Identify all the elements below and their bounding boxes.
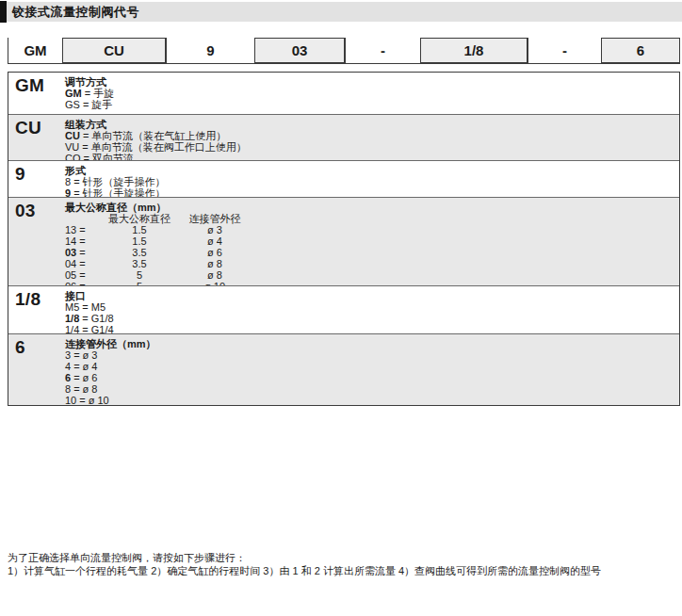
option-line: CU=单向节流（装在气缸上使用） — [65, 130, 679, 141]
spec-row-18: 1/8 接口 M5=M5 1/8=G1/8 1/4=G1/4 — [8, 286, 679, 334]
spec-row-03: 03 最大公称直径（mm） 最大公称直径 连接管外径 13= 1.5 ø 3 1… — [8, 198, 679, 286]
option-line: VU=单向节流（装在阀工作口上使用） — [65, 141, 679, 153]
mini-table-row: 13= 1.5 ø 3 — [65, 224, 679, 235]
spec-heading: 连接管外径（mm） — [65, 338, 679, 349]
option-line: 1/4=G1/4 — [65, 324, 679, 334]
code-explanation-table: GM 调节方式 GM=手旋 GS=旋手 CU 组装方式 CU=单向节流（装在气缸… — [8, 72, 680, 406]
spec-heading: 形式 — [65, 165, 679, 176]
note-line-1: 为了正确选择单向流量控制阀，请按如下步骤进行： — [8, 551, 680, 564]
option-line: GM=手旋 — [65, 88, 679, 99]
code-cell-dash-2: - — [528, 38, 601, 63]
page-title: 铰接式流量控制阀代号 — [7, 4, 139, 21]
option-line: 4=ø 4 — [65, 361, 679, 372]
spec-code-label: GM — [8, 73, 65, 114]
option-line: 10=ø 10 — [65, 395, 679, 405]
mini-table-row: 05= 5 ø 8 — [65, 269, 679, 281]
code-cell-dash-1: - — [345, 38, 420, 63]
option-line: 6=ø 6 — [65, 372, 679, 383]
spec-row-gm: GM 调节方式 GM=手旋 GS=旋手 — [8, 73, 679, 115]
code-cell-6: 6 — [601, 38, 680, 63]
option-line: GS=旋手 — [65, 99, 679, 110]
spec-heading: 最大公称直径（mm） — [65, 202, 679, 213]
spec-code-label: 9 — [8, 161, 65, 197]
spec-code-label: 1/8 — [8, 286, 65, 333]
spec-row-cu: CU 组装方式 CU=单向节流（装在气缸上使用） VU=单向节流（装在阀工作口上… — [8, 115, 679, 161]
spec-row-9: 9 形式 8=针形（旋手操作） 9=针形（手旋操作） — [8, 161, 679, 198]
code-cell-cu: CU — [62, 38, 166, 63]
code-cell-gm: GM — [8, 38, 62, 63]
mini-table-header: 最大公称直径 连接管外径 — [65, 213, 679, 224]
option-line: 1/8=G1/8 — [65, 313, 679, 324]
option-line: 8=针形（旋手操作） — [65, 176, 679, 187]
option-line: 9=针形（手旋操作） — [65, 187, 679, 198]
mini-table-row: 04= 3.5 ø 8 — [65, 258, 679, 269]
note-line-2: 1）计算气缸一个行程的耗气量 2）确定气缸的行程时间 3）由 1 和 2 计算出… — [8, 564, 680, 577]
option-line: 3=ø 3 — [65, 349, 679, 361]
option-line: CO=双向节流 — [65, 153, 679, 161]
spec-heading: 调节方式 — [65, 76, 679, 88]
spec-row-6: 6 连接管外径（mm） 3=ø 3 4=ø 4 6=ø 6 8=ø 8 10=ø… — [8, 334, 679, 405]
option-line: 8=ø 8 — [65, 383, 679, 395]
order-code-bar: GM CU 9 03 - 1/8 - 6 — [8, 38, 680, 64]
code-cell-03: 03 — [254, 38, 345, 63]
section-title-bar: 铰接式流量控制阀代号 — [0, 2, 682, 22]
code-cell-9: 9 — [166, 38, 254, 63]
spec-heading: 组装方式 — [65, 119, 679, 130]
spec-heading: 接口 — [65, 290, 679, 301]
spec-code-label: 03 — [8, 198, 65, 285]
option-line: M5=M5 — [65, 301, 679, 313]
spec-code-label: CU — [8, 115, 65, 160]
spec-code-label: 6 — [8, 334, 65, 405]
title-accent-bar — [0, 1, 7, 23]
mini-table-row: 14= 1.5 ø 4 — [65, 235, 679, 247]
selection-steps-note: 为了正确选择单向流量控制阀，请按如下步骤进行： 1）计算气缸一个行程的耗气量 2… — [8, 551, 680, 577]
code-cell-18: 1/8 — [420, 38, 528, 63]
mini-table-row: 03= 3.5 ø 6 — [65, 247, 679, 258]
mini-table-col-header: 连接管外径 — [176, 213, 253, 224]
mini-table-col-header: 最大公称直径 — [103, 213, 176, 224]
catalog-page: 铰接式流量控制阀代号 GM CU 9 03 - 1/8 - 6 GM 调节方式 … — [0, 0, 682, 616]
